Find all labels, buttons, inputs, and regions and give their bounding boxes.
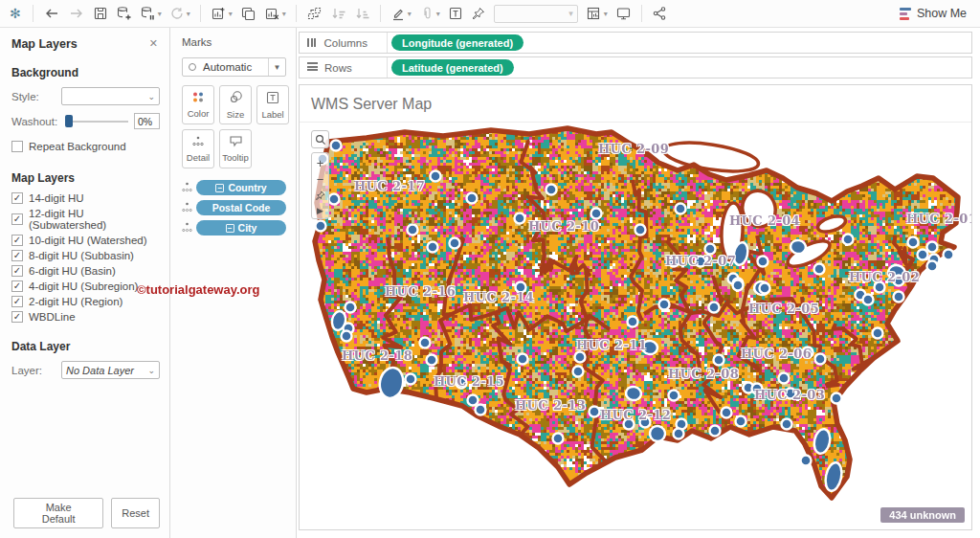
save-button[interactable]	[89, 2, 112, 25]
checkbox-box[interactable]	[11, 265, 23, 277]
label-button[interactable]: Label	[256, 85, 289, 124]
show-mark-labels-button[interactable]	[444, 2, 467, 25]
map-search-button[interactable]	[311, 130, 329, 148]
map-layer-label: WBDLine	[29, 311, 76, 323]
checkbox-box[interactable]	[11, 250, 23, 261]
highlight-button[interactable]: ▾	[387, 2, 415, 25]
checkbox-box[interactable]	[11, 296, 23, 307]
redo-button[interactable]	[64, 2, 89, 25]
duplicate-sheet-button[interactable]	[236, 2, 260, 25]
expand-map-controls-button[interactable]: ▶	[313, 204, 327, 216]
toolbar: ✻ ▾ ▾ ▾ ▾ ▾ ▾ ▾	[0, 0, 980, 28]
share-workbook-button[interactable]	[648, 2, 671, 25]
swap-rows-columns-button[interactable]	[302, 2, 326, 25]
map-layer-checkbox[interactable]: 14-digit HU	[11, 192, 160, 204]
close-icon[interactable]: ✕	[147, 36, 160, 51]
map-layer-label: 8-digit HU (Subbasin)	[29, 250, 134, 261]
make-default-button[interactable]: Make Default	[13, 498, 103, 528]
chevron-down-icon: ▾	[568, 9, 573, 18]
marks-button-label: Label	[261, 109, 283, 120]
washout-value-input[interactable]: 0%	[134, 113, 160, 129]
circle-mark-icon	[189, 63, 196, 71]
checkbox-box[interactable]	[11, 311, 23, 323]
sort-ascending-button[interactable]	[326, 2, 350, 25]
dimension-pill[interactable]: Postal Code	[196, 200, 286, 215]
sheet-area: Columns Longitude (generated) Rows Latit…	[297, 28, 980, 538]
data-layer-select[interactable]: No Data Layer ⌄	[61, 361, 160, 379]
measure-pill[interactable]: Latitude (generated)	[391, 59, 514, 76]
new-worksheet-button[interactable]: ▾	[207, 2, 236, 25]
show-me-button[interactable]: Show Me	[900, 7, 972, 20]
collapse-hierarchy-icon[interactable]: −	[215, 184, 224, 192]
show-me-icon	[900, 8, 911, 20]
tableau-logo-icon[interactable]: ✻	[8, 2, 27, 25]
chevron-down-icon: ▾	[436, 10, 440, 18]
chevron-down-icon: ▾	[229, 10, 233, 18]
dimension-pill[interactable]: −Country	[196, 180, 286, 195]
pause-auto-updates-button[interactable]: ▾	[136, 2, 166, 25]
columns-shelf[interactable]: Columns Longitude (generated)	[299, 32, 972, 54]
reset-button[interactable]: Reset	[111, 498, 160, 528]
marks-card-title: Marks	[182, 36, 286, 48]
huc-region-label: HUC 2-17	[354, 179, 425, 193]
background-section-heading: Background	[11, 66, 160, 79]
map-layer-checkbox[interactable]: 10-digit HU (Watershed)	[11, 235, 160, 246]
mark-type-dropdown[interactable]: Automatic ▼	[182, 57, 286, 77]
tooltip-button[interactable]: Tooltip	[219, 129, 252, 168]
measure-pill[interactable]: Longitude (generated)	[391, 34, 523, 51]
huc-region-label: HUC 2-16	[385, 284, 456, 299]
map-layer-label: 12-digit HU (Subwatershed)	[29, 208, 160, 231]
huc-region-label: HUC 2-13	[515, 398, 586, 413]
dimension-pill[interactable]: −City	[196, 220, 286, 235]
detail-shelf-icon[interactable]	[182, 181, 192, 195]
undo-button[interactable]	[39, 2, 64, 25]
presentation-mode-button[interactable]	[612, 2, 635, 25]
map-view[interactable]: HUC 2-09HUC 2-17HUC 2-10HUC 2-04HUC 2-01…	[300, 123, 971, 529]
pill-label: Postal Code	[212, 202, 271, 213]
zoom-out-button[interactable]: −	[313, 171, 327, 187]
detail-shelf-icon[interactable]	[182, 201, 192, 215]
group-members-button[interactable]: ▾	[415, 2, 444, 25]
checkbox-box[interactable]	[11, 213, 23, 225]
fit-dropdown[interactable]: ▾	[490, 2, 582, 25]
mark-type-value: Automatic	[203, 61, 252, 73]
map-layer-checkbox[interactable]: 12-digit HU (Subwatershed)	[11, 208, 160, 231]
checkbox-box[interactable]	[11, 235, 23, 246]
rows-shelf[interactable]: Rows Latitude (generated)	[299, 56, 972, 78]
checkbox-box[interactable]	[11, 141, 23, 152]
huc-region-label: HUC 2-04	[729, 213, 800, 228]
run-update-button[interactable]: ▾	[166, 2, 194, 25]
washout-slider[interactable]	[65, 115, 128, 128]
map-layer-label: 2-digit HU (Region)	[29, 296, 122, 307]
sort-descending-button[interactable]	[350, 2, 374, 25]
zoom-in-button[interactable]: +	[313, 155, 327, 170]
pin-map-button[interactable]	[313, 188, 327, 203]
rows-shelf-label: Rows	[324, 62, 352, 74]
detail-shelf-icon[interactable]	[182, 221, 192, 235]
huc-region-label: HUC 2-02	[849, 270, 920, 284]
huc-region-label: HUC 2-08	[668, 367, 739, 381]
map-layer-checkbox[interactable]: 2-digit HU (Region)	[11, 296, 160, 307]
clear-sheet-button[interactable]: ▾	[260, 2, 290, 25]
toolbar-divider	[200, 5, 201, 22]
detail-button[interactable]: Detail	[182, 129, 214, 168]
style-select[interactable]: ⌄	[61, 87, 160, 105]
pill-label: Country	[228, 182, 266, 193]
map-layer-label: 14-digit HU	[29, 192, 84, 204]
unknown-marks-badge[interactable]: 434 unknown	[880, 507, 965, 523]
color-button[interactable]: Color	[182, 85, 214, 124]
show-hide-cards-button[interactable]: ▾	[582, 2, 612, 25]
map-layer-label: 4-digit HU (Subregion)	[29, 280, 138, 292]
size-button[interactable]: Size	[219, 85, 252, 124]
checkbox-box[interactable]	[11, 280, 23, 292]
new-data-source-button[interactable]	[112, 2, 136, 25]
map-layer-checkbox[interactable]: 8-digit HU (Subbasin)	[11, 250, 160, 261]
collapse-hierarchy-icon[interactable]: −	[226, 224, 234, 233]
map-layer-checkbox[interactable]: 6-digit HU (Basin)	[11, 265, 160, 277]
repeat-background-checkbox[interactable]: Repeat Background	[11, 141, 160, 152]
checkbox-box[interactable]	[11, 192, 23, 204]
map-layer-checkbox[interactable]: WBDLine	[11, 311, 160, 323]
fix-axes-button[interactable]	[467, 2, 490, 25]
slider-thumb[interactable]	[65, 115, 73, 127]
tooltip-icon	[229, 135, 243, 149]
